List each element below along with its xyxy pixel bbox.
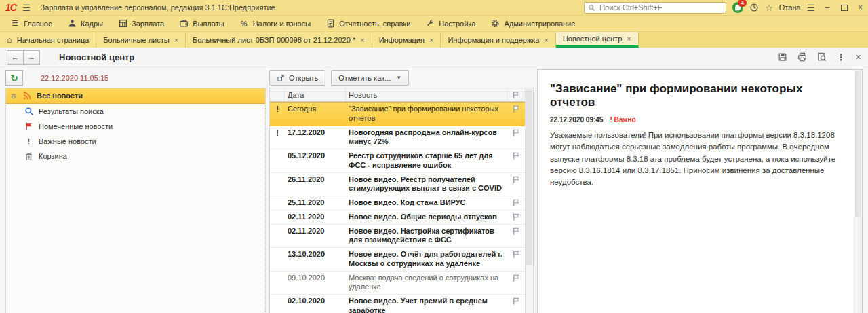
flag-toggle-icon[interactable] bbox=[507, 149, 525, 160]
col-importance bbox=[270, 88, 285, 101]
favorites-star-icon[interactable]: ☆ bbox=[765, 3, 773, 12]
news-row[interactable]: 02.11.2020 Новое видео. Общие периоды от… bbox=[270, 210, 525, 225]
preview-icon[interactable] bbox=[817, 52, 827, 62]
flag-toggle-icon[interactable] bbox=[507, 295, 525, 306]
tab-0[interactable]: ⌂ Начальная страница × bbox=[0, 32, 96, 48]
search-input[interactable] bbox=[598, 3, 709, 12]
news-list-panel: Открыть Отметить как... ▼ Дата Новость !… bbox=[269, 69, 534, 313]
importance-icon bbox=[270, 248, 285, 252]
news-row[interactable]: 25.11.2020 Новое видео. Код стажа ВИРУС bbox=[270, 196, 525, 210]
tab-1[interactable]: ⌂ Больничные листы × bbox=[96, 32, 186, 48]
more-actions-icon[interactable]: ⋮ bbox=[837, 52, 846, 62]
article-panel: "Зависание" при формировании некоторых о… bbox=[537, 69, 863, 313]
tab-close-icon[interactable]: × bbox=[360, 36, 364, 44]
news-center-content: ↻ 22.12.2020 11:05:15 ⊖ Все новости ⊖ Ре… bbox=[0, 67, 868, 313]
refresh-button[interactable]: ↻ bbox=[5, 70, 23, 86]
save-icon[interactable] bbox=[778, 52, 787, 62]
home-icon: ⌂ bbox=[7, 35, 12, 45]
flag-toggle-icon[interactable] bbox=[507, 225, 525, 236]
tab-close-icon[interactable]: × bbox=[429, 36, 433, 44]
article-scrollbar[interactable] bbox=[854, 70, 862, 313]
forward-button[interactable]: → bbox=[24, 50, 40, 65]
wallet-icon bbox=[179, 19, 189, 29]
restore-button[interactable] bbox=[841, 5, 848, 11]
sidebar-item-flag[interactable]: ⊖ Помеченные новости bbox=[6, 119, 265, 134]
tree-expander-icon[interactable]: ⊖ bbox=[10, 92, 17, 100]
news-table: Дата Новость ! Сегодня "Зависание" при ф… bbox=[269, 88, 534, 313]
news-row[interactable]: 05.12.2020 Реестр сотрудников старше 65 … bbox=[270, 149, 525, 173]
grid-icon bbox=[118, 19, 127, 29]
col-flag-icon bbox=[507, 88, 525, 101]
flag-toggle-icon[interactable] bbox=[507, 103, 525, 113]
menu-item-wrench[interactable]: Настройка bbox=[418, 16, 483, 31]
history-icon[interactable] bbox=[749, 3, 759, 12]
close-form-icon[interactable]: × bbox=[856, 52, 861, 62]
refresh-icon: ↻ bbox=[10, 73, 18, 83]
tab-2[interactable]: ⌂ Больничный лист 0БЗП-000098 от 21.12.2… bbox=[186, 32, 372, 48]
col-news: Новость bbox=[346, 88, 507, 101]
menu-item-report[interactable]: Отчетность, справки bbox=[318, 16, 418, 31]
tab-3[interactable]: ⌂ Информация × bbox=[372, 32, 441, 48]
trash-icon bbox=[24, 151, 34, 162]
menu-icon: ☰ bbox=[10, 19, 20, 29]
news-row[interactable]: 13.10.2020 Новое видео. Отчёт для работо… bbox=[270, 248, 525, 272]
news-row[interactable]: ! Сегодня "Зависание" при формировании н… bbox=[270, 102, 525, 126]
news-row[interactable]: 09.10.2020 Москва: подача сведений о сот… bbox=[270, 272, 525, 295]
flag-toggle-icon[interactable] bbox=[507, 196, 525, 207]
report-icon bbox=[326, 19, 335, 29]
last-refresh-time: 22.12.2020 11:05:15 bbox=[41, 74, 108, 82]
menu-item-person[interactable]: Кадры bbox=[60, 16, 111, 31]
gear-icon bbox=[490, 19, 500, 29]
app-title: Зарплата и управление персоналом, редакц… bbox=[41, 3, 275, 12]
important-badge: ! Важно bbox=[610, 116, 635, 124]
menu-item-percent[interactable]: % Налоги и взносы bbox=[232, 16, 319, 31]
flag-toggle-icon[interactable] bbox=[507, 173, 525, 184]
news-table-header: Дата Новость bbox=[270, 88, 525, 102]
close-window-button[interactable]: × bbox=[858, 3, 863, 12]
current-user[interactable]: Отана bbox=[779, 3, 801, 12]
hamburger-menu-icon[interactable]: ☰ bbox=[22, 3, 31, 13]
global-search[interactable] bbox=[584, 2, 726, 14]
importance-icon bbox=[270, 272, 285, 276]
menu-item-grid[interactable]: Зарплата bbox=[111, 16, 172, 31]
col-date: Дата bbox=[285, 88, 346, 101]
news-row[interactable]: 02.10.2020 Новое видео. Учет премий в ср… bbox=[270, 295, 525, 313]
minimize-button[interactable]: – bbox=[825, 3, 829, 12]
sidebar-item-rss[interactable]: ⊖ Все новости bbox=[6, 88, 265, 104]
service-menu-icon[interactable]: ☰ bbox=[807, 3, 815, 12]
importance-icon bbox=[270, 173, 285, 177]
flag-toggle-icon[interactable] bbox=[507, 210, 525, 221]
news-list-scrollbar[interactable] bbox=[525, 88, 533, 313]
sidebar-item-search[interactable]: ⊖ Результаты поиска bbox=[6, 104, 265, 119]
news-row[interactable]: 02.11.2020 Новое видео. Настройка сертиф… bbox=[270, 225, 525, 248]
tab-close-icon[interactable]: × bbox=[544, 36, 548, 44]
sidebar-item-trash[interactable]: ⊖ Корзина bbox=[6, 149, 265, 164]
news-rows: ! Сегодня "Зависание" при формировании н… bbox=[270, 102, 525, 313]
importance-icon bbox=[270, 210, 285, 215]
window-titlebar: 1С ☰ Зарплата и управление персоналом, р… bbox=[0, 0, 868, 16]
news-row[interactable]: ! 17.12.2020 Новогодняя распродажа онлай… bbox=[270, 126, 525, 150]
notifications-icon[interactable]: 4 bbox=[732, 2, 743, 13]
open-news-button[interactable]: Открыть bbox=[269, 70, 326, 86]
article-datetime: 22.12.2020 09:45 bbox=[550, 116, 603, 124]
news-groups-tree: ⊖ Все новости ⊖ Результаты поиска ⊖ Поме… bbox=[5, 88, 266, 313]
tab-close-icon[interactable]: × bbox=[174, 36, 178, 44]
flag-toggle-icon[interactable] bbox=[507, 248, 525, 259]
sidebar-item-excl[interactable]: ⊖ ! Важные новости bbox=[6, 134, 265, 149]
tab-4[interactable]: ⌂ Информация и поддержка × bbox=[441, 32, 555, 48]
flag-toggle-icon[interactable] bbox=[507, 272, 525, 282]
flag-toggle-icon[interactable] bbox=[507, 126, 525, 137]
search-icon bbox=[24, 107, 34, 117]
page-title: Новостной центр bbox=[59, 52, 134, 62]
menu-item-wallet[interactable]: Выплаты bbox=[172, 16, 231, 31]
back-button[interactable]: ← bbox=[7, 50, 24, 65]
importance-icon bbox=[270, 149, 285, 153]
importance-icon: ! bbox=[270, 103, 285, 117]
print-icon[interactable] bbox=[797, 52, 807, 62]
mark-as-button[interactable]: Отметить как... ▼ bbox=[331, 70, 409, 86]
news-row[interactable]: 26.11.2020 Новое видео. Реестр получател… bbox=[270, 173, 525, 197]
tab-5[interactable]: ⌂ Новостной центр × bbox=[556, 32, 639, 48]
menu-item-menu[interactable]: ☰ Главное bbox=[3, 16, 60, 31]
tab-close-icon[interactable]: × bbox=[627, 35, 631, 43]
menu-item-gear[interactable]: Администрирование bbox=[483, 16, 583, 31]
